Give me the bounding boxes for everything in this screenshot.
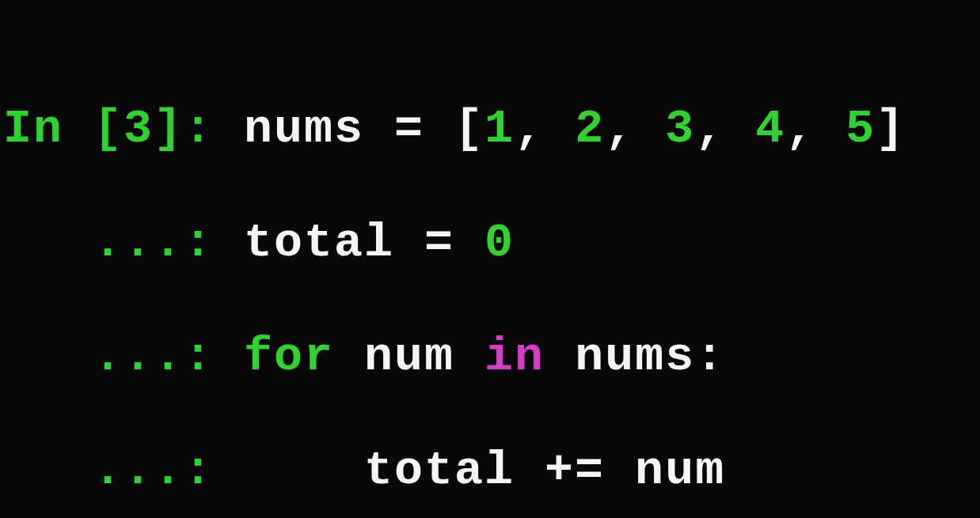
literal-number: 1 bbox=[484, 102, 515, 156]
literal-number: 3 bbox=[665, 102, 695, 156]
keyword-for: for bbox=[244, 330, 334, 384]
ipython-terminal[interactable]: In [3]: nums = [1, 2, 3, 4, 5] ...: tota… bbox=[0, 0, 980, 518]
code-line-1: In [3]: nums = [1, 2, 3, 4, 5] bbox=[3, 100, 980, 157]
code-line-3: ...: for num in nums: bbox=[3, 328, 980, 385]
prompt-in: In [3]: bbox=[3, 102, 244, 156]
literal-number: 4 bbox=[755, 102, 785, 156]
code: num bbox=[334, 330, 484, 384]
prompt-continuation: ...: bbox=[3, 444, 244, 497]
code: nums: bbox=[545, 330, 725, 384]
code-line-2: ...: total = 0 bbox=[3, 214, 980, 271]
comma: , bbox=[515, 102, 575, 156]
comma: , bbox=[605, 102, 665, 156]
code: nums = [ bbox=[244, 102, 484, 156]
code: total += num bbox=[244, 444, 725, 497]
prompt-continuation: ...: bbox=[3, 330, 244, 384]
comma: , bbox=[695, 102, 755, 156]
prompt-continuation: ...: bbox=[3, 216, 244, 270]
code-line-4: ...: total += num bbox=[3, 442, 980, 499]
literal-number: 0 bbox=[484, 216, 515, 270]
bracket-close: ] bbox=[876, 102, 906, 156]
literal-number: 5 bbox=[845, 102, 876, 156]
comma: , bbox=[785, 102, 845, 156]
code: total = bbox=[244, 216, 484, 270]
literal-number: 2 bbox=[575, 102, 605, 156]
keyword-in: in bbox=[484, 330, 545, 384]
